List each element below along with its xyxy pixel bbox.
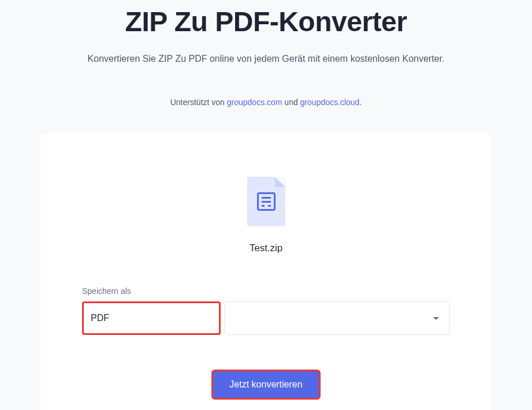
page-subtitle: Konvertieren Sie ZIP Zu PDF online von j… bbox=[0, 54, 532, 64]
dropdown-expand-area[interactable] bbox=[224, 301, 450, 335]
converter-card: Test.zip Speichern als PDF Jetzt konvert… bbox=[40, 133, 492, 410]
document-icon bbox=[257, 192, 276, 211]
powered-by-mid: und bbox=[282, 98, 300, 107]
chevron-down-icon bbox=[433, 317, 439, 320]
powered-by-prefix: Unterstützt von bbox=[170, 98, 227, 107]
convert-button[interactable]: Jetzt konvertieren bbox=[211, 370, 320, 400]
file-name-label: Test.zip bbox=[250, 243, 283, 254]
link-groupdocs-cloud[interactable]: groupdocs.cloud bbox=[300, 98, 360, 107]
convert-button-container: Jetzt konvertieren bbox=[82, 370, 450, 400]
file-icon bbox=[247, 177, 285, 226]
link-groupdocs-com[interactable]: groupdocs.com bbox=[227, 98, 282, 107]
page-title: ZIP Zu PDF-Konverter bbox=[0, 6, 532, 38]
file-display: Test.zip bbox=[82, 177, 450, 254]
selected-format-text: PDF bbox=[91, 313, 109, 323]
save-as-label: Speichern als bbox=[82, 286, 450, 296]
selected-format-box[interactable]: PDF bbox=[82, 301, 221, 335]
format-dropdown[interactable]: PDF bbox=[82, 301, 450, 335]
powered-by-text: Unterstützt von groupdocs.com und groupd… bbox=[0, 98, 532, 107]
powered-by-suffix: . bbox=[359, 98, 362, 107]
